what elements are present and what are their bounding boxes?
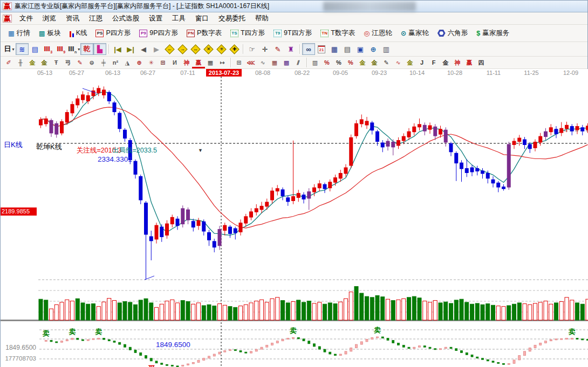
draw-btn-box-grid[interactable]: ⊞ [233, 58, 245, 68]
market-btn-winner-service[interactable]: $赢家服务 [472, 27, 514, 39]
nav-btn-gann-star[interactable]: ✳ [215, 43, 228, 55]
sectors-icon: ▩ [39, 29, 45, 37]
draw-btn-measure-arrow[interactable]: ↦ [216, 58, 228, 68]
draw-btn-gann-circle[interactable]: ⊕ [133, 58, 145, 68]
page-prev-icon: ◀ [141, 45, 146, 53]
draw-btn-fan-red[interactable]: ⋘ [245, 58, 257, 68]
nav-btn-vol-profile[interactable]: ▙ [93, 43, 106, 55]
market-btn-winner-wheel[interactable]: ⊙赢家轮 [396, 27, 433, 39]
market-btn-9t-square[interactable]: T99T四方形 [269, 27, 316, 39]
draw-btn-web-grid[interactable]: ⊞ [157, 58, 169, 68]
menu-item-1[interactable]: 浏览 [38, 13, 61, 23]
nav-btn-bars-n[interactable]: Ⅲn▾ [67, 43, 80, 55]
draw-btn-bars-panel[interactable]: ▥ [309, 58, 321, 68]
nav-btn-info-doc[interactable]: ▤ [29, 43, 42, 55]
nav-btn-period-day[interactable]: 日▾ [3, 43, 16, 55]
nav-btn-first-page[interactable]: |◀ [111, 43, 124, 55]
nav-btn-annotate-tool[interactable]: ✎ [271, 43, 284, 55]
draw-btn-win-line[interactable]: 赢 [463, 58, 475, 68]
draw-btn-double-grid[interactable]: ╪ [98, 58, 110, 68]
nav-btn-hand-tool[interactable]: ☞ [245, 43, 258, 55]
draw-btn-n-square[interactable]: n² [110, 58, 121, 68]
qiankun-mark-icon: 乾 [84, 44, 91, 54]
nav-btn-gothic-tool[interactable]: ♜ [284, 43, 297, 55]
chart-canvas[interactable]: 05-1305-2706-1306-2707-1108-0808-2209-05… [1, 69, 588, 367]
draw-btn-ruler-123[interactable]: ▦ [204, 58, 216, 68]
market-btn-t-number[interactable]: TNT数字表 [316, 27, 359, 39]
nav-btn-qiankun-pattern[interactable]: ≋ [16, 43, 29, 55]
market-btn-quotes[interactable]: ▦行情 [4, 27, 35, 39]
draw-btn-pencil-red[interactable]: ✎ [74, 58, 86, 68]
nav-btn-save[interactable]: ▣ [354, 43, 367, 55]
market-btn-gann-wheel[interactable]: ◎江恩轮 [359, 27, 396, 39]
nav-btn-gann-cross[interactable]: ✕ [202, 43, 215, 55]
nav-btn-gann-arrow-both[interactable]: ↔ [189, 43, 202, 55]
draw-btn-angle-tool[interactable]: ◮ [121, 58, 133, 68]
draw-btn-gann-web[interactable]: ✳ [145, 58, 157, 68]
draw-btn-spiral[interactable]: 弓 [62, 58, 74, 68]
draw-btn-gold-trend[interactable]: 金 [404, 58, 416, 68]
menu-item-8[interactable]: 交易委托 [214, 13, 250, 23]
draw-btn-si-line[interactable]: 四 [475, 58, 487, 68]
signal-sell: 卖 [290, 327, 297, 335]
chart-area[interactable]: 05-1305-2706-1306-2707-1108-0808-2209-05… [1, 69, 588, 367]
nav-btn-gann-arrow-left[interactable]: ← [163, 43, 176, 55]
market-btn-9p-square[interactable]: P99P四方形 [135, 27, 182, 39]
draw-btn-percent-strike[interactable]: % [321, 58, 333, 68]
nav-btn-bars-3[interactable]: Ⅲ3 [42, 43, 54, 55]
draw-btn-gold-grid-2[interactable]: 金 [38, 58, 50, 68]
nav-btn-gann-plus[interactable]: ✚ [228, 43, 241, 55]
market-btn-hexagon[interactable]: 六角形 [433, 27, 473, 39]
menu-item-6[interactable]: 工具 [167, 13, 190, 23]
nav-btn-calendar[interactable]: 21 [315, 43, 328, 55]
draw-btn-n-mark[interactable]: И [169, 58, 181, 68]
nav-btn-gann-arrow-right[interactable]: → [176, 43, 189, 55]
draw-btn-wave-tool[interactable]: ∿ [392, 58, 404, 68]
draw-btn-fan-lines[interactable]: ⫽ [292, 58, 304, 68]
draw-btn-win-tool[interactable]: 赢 [193, 58, 204, 68]
draw-btn-gold-level[interactable]: 金 [368, 58, 380, 68]
draw-btn-grid-purple[interactable]: ▩ [281, 58, 292, 68]
nav-btn-notes[interactable]: ▤ [341, 43, 354, 55]
market-btn-sectors[interactable]: ▩板块 [35, 27, 65, 39]
menu-item-5[interactable]: 设置 [144, 13, 167, 23]
menu-item-3[interactable]: 江恩 [84, 13, 107, 23]
draw-btn-gold-circle[interactable]: 金 [357, 58, 368, 68]
draw-btn-zigzag[interactable]: ∿ [257, 58, 269, 68]
nav-btn-crosshair-tool[interactable]: ✛ [258, 43, 271, 55]
market-btn-kline[interactable]: K线 [65, 27, 92, 39]
draw-btn-shen-line[interactable]: 神 [452, 58, 463, 68]
market-btn-p-number[interactable]: PNP数字表 [182, 27, 226, 39]
nav-btn-bars-9[interactable]: Ⅲ9 [54, 43, 67, 55]
draw-btn-f-line[interactable]: F [428, 58, 440, 68]
draw-btn-gold-grid-1[interactable]: 金 [26, 58, 38, 68]
nav-btn-net-update[interactable]: ⊕ [367, 43, 380, 55]
draw-btn-percent[interactable]: % [333, 58, 345, 68]
nav-btn-last-page[interactable]: ▶| [124, 43, 137, 55]
draw-btn-percent-line[interactable]: % [345, 58, 357, 68]
nav-btn-binoculars-search[interactable]: ∞ [302, 43, 315, 55]
draw-btn-shen-tool[interactable]: 神 [181, 58, 193, 68]
nav-btn-page-prev[interactable]: ◀ [137, 43, 150, 55]
draw-btn-j-line[interactable]: J [416, 58, 428, 68]
market-btn-p-square[interactable]: PSP四方形 [91, 27, 135, 39]
menu-item-7[interactable]: 窗口 [190, 13, 214, 23]
menu-item-0[interactable]: 文件 [15, 13, 38, 23]
double-grid-icon: ╪ [101, 59, 106, 66]
menu-item-9[interactable]: 帮助 [250, 13, 274, 23]
draw-btn-grid-line[interactable]: ╫ [15, 58, 26, 68]
draw-btn-circle-hatch[interactable]: ⊜ [86, 58, 98, 68]
menu-item-2[interactable]: 资讯 [61, 13, 84, 23]
market-btn-t-square[interactable]: TST四方形 [226, 27, 269, 39]
nav-btn-print[interactable]: ▥ [380, 43, 393, 55]
nav-btn-page-next[interactable]: ▶ [150, 43, 163, 55]
draw-btn-t-ruler[interactable]: Ŧ [50, 58, 62, 68]
draw-btn-grid-red[interactable]: ▦ [269, 58, 281, 68]
draw-btn-gold-line[interactable]: 金 [440, 58, 452, 68]
draw-btn-brush-2[interactable]: ✎ [380, 58, 392, 68]
nav-btn-calculator[interactable]: ▦ [328, 43, 341, 55]
nav-btn-qiankun-mark[interactable]: 乾 [80, 43, 93, 55]
menu-item-4[interactable]: 公式选股 [107, 13, 144, 23]
t-number-label: T数字表 [331, 29, 355, 38]
draw-btn-brush-red[interactable]: ✐ [3, 58, 15, 68]
